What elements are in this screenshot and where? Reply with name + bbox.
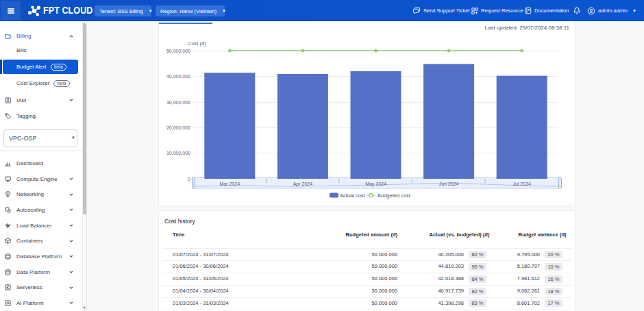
svg-text:Actual cost: Actual cost <box>340 192 366 199</box>
svg-text:May 2024: May 2024 <box>365 182 386 187</box>
svg-text:Mar 2024: Mar 2024 <box>220 182 240 186</box>
svg-text:Jun 2024: Jun 2024 <box>439 182 459 186</box>
svg-text:Apr 2024: Apr 2024 <box>293 182 313 187</box>
svg-text:Cost (đ): Cost (đ) <box>188 40 206 47</box>
svg-text:10,000,000: 10,000,000 <box>166 151 190 156</box>
svg-text:50,000,000: 50,000,000 <box>166 49 190 53</box>
svg-text:20,000,000: 20,000,000 <box>166 125 190 130</box>
svg-text:Budgeted cost: Budgeted cost <box>377 192 411 199</box>
svg-text:30,000,000: 30,000,000 <box>166 100 190 105</box>
svg-text:40,000,000: 40,000,000 <box>166 74 190 79</box>
svg-text:Jul 2024: Jul 2024 <box>512 182 531 186</box>
svg-text:0: 0 <box>188 177 190 182</box>
